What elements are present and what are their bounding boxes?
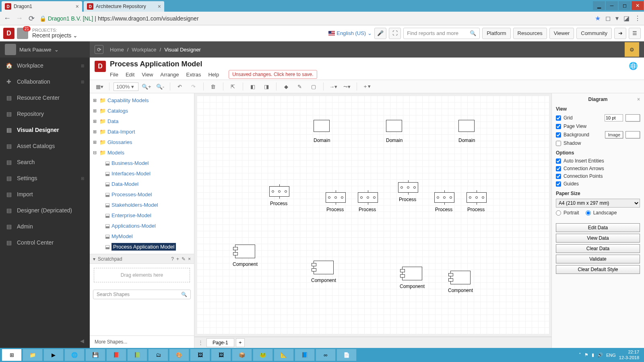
edit-data-button[interactable]: Edit Data [556, 223, 640, 232]
task-vs[interactable]: ∞ [316, 349, 336, 361]
redo-icon[interactable]: ↷ [188, 81, 199, 92]
unsaved-warning[interactable]: Unsaved changes. Click here to save. [229, 70, 317, 79]
sidebar-item-search[interactable]: ▤Search [0, 154, 90, 170]
page-tab[interactable]: Page-1 [206, 338, 234, 347]
project-selector[interactable]: PROJECTS: Recent projects ⌄ [32, 28, 78, 39]
tree-model[interactable]: ⬓Stakeholders-Model [93, 200, 194, 210]
domain-node[interactable] [386, 120, 402, 132]
close-icon[interactable]: × [76, 3, 79, 10]
task-img[interactable]: 🖼 [211, 349, 231, 361]
process-node[interactable] [398, 182, 418, 193]
tree-model[interactable]: ⬓Enterprise-Model [93, 210, 194, 220]
task-save[interactable]: 💾 [85, 349, 105, 361]
task-drive[interactable]: 📦 [232, 349, 252, 361]
ext-icon[interactable]: ◪ [623, 14, 630, 22]
menu-view[interactable]: View [142, 72, 153, 78]
menu-arrange[interactable]: Arrange [160, 72, 179, 78]
tree-expand-icon[interactable]: ⊞ [93, 129, 98, 134]
task-photos[interactable]: 🖼 [190, 349, 210, 361]
shape-search-input[interactable]: Search Shapes 🔍 [93, 290, 191, 299]
task-paint[interactable]: 🎨 [169, 349, 189, 361]
add-icon[interactable]: ＋▾ [361, 81, 372, 92]
tree-expand-icon[interactable]: ⊞ [93, 119, 98, 124]
task-frog[interactable]: 🐸 [253, 349, 273, 361]
clear-data-button[interactable]: Clear Data [556, 244, 640, 253]
view-data-button[interactable]: View Data [556, 234, 640, 243]
background-checkbox[interactable] [556, 132, 561, 138]
stroke-icon[interactable]: ✎ [294, 81, 305, 92]
settings-gear-button[interactable]: ⚙ [625, 42, 639, 57]
close-icon[interactable]: × [637, 97, 640, 102]
to-front-icon[interactable]: ◧ [247, 81, 258, 92]
sidebar-item-repository[interactable]: ▤Repository [0, 106, 90, 122]
menu-file[interactable]: File [110, 72, 118, 78]
sidebar-item-settings[interactable]: ▤Settings⊞ [0, 170, 90, 186]
task-note[interactable]: 📘 [295, 349, 315, 361]
menu-extras[interactable]: Extras [186, 72, 201, 78]
zoom-out-icon[interactable]: 🔍- [155, 81, 166, 92]
tree-model[interactable]: ⬓MyModel [93, 231, 194, 241]
process-node[interactable] [358, 192, 378, 203]
tray-clock[interactable]: 22:1712-3-2018 [619, 350, 639, 360]
sidebar-item-collaboration[interactable]: ✚Collaboration⊞ [0, 74, 90, 90]
tray-vol-icon[interactable]: 🔊 [597, 352, 603, 358]
menu-edit[interactable]: Edit [126, 72, 134, 78]
more-shapes-link[interactable]: More Shapes... [90, 335, 194, 348]
tree-expand-icon[interactable]: ⊞ [93, 108, 98, 113]
tree-folder[interactable]: ⊞📁Catalogs [93, 105, 194, 116]
fill-icon[interactable]: ◆ [281, 81, 292, 92]
sidebar-item-designer-depricated-[interactable]: ▤Designer (Depricated) [0, 202, 90, 218]
tray-net-icon[interactable]: ▮ [592, 352, 594, 358]
scratchpad-collapse-icon[interactable]: ▾ [93, 256, 95, 262]
search-icon[interactable]: 🔍 [470, 30, 476, 36]
global-search[interactable]: Find reports and more 🔍 [403, 28, 480, 39]
tree-model[interactable]: ⬓Data-Model [93, 179, 194, 189]
edit-icon[interactable]: ✎ [182, 256, 186, 262]
sidebar-item-import[interactable]: ▤Import [0, 186, 90, 202]
sidebar-item-control-center[interactable]: ▤Control Center [0, 234, 90, 251]
tree-expand-icon[interactable]: ⊟ [93, 150, 98, 155]
tray-flag-icon[interactable]: ⚑ [584, 352, 588, 358]
task-pdf[interactable]: 📕 [106, 349, 126, 361]
shadow-checkbox[interactable] [556, 141, 561, 146]
domain-node[interactable] [458, 120, 475, 132]
tree-folder[interactable]: ⊟📁Models [93, 147, 194, 158]
sidebar-item-visual-designer[interactable]: ▤Visual Designer [0, 122, 90, 138]
tree-scroll[interactable]: ⊞📁Capability Models⊞📁Catalogs⊞📁Data⊞📁Dat… [90, 93, 194, 254]
page-menu-button[interactable]: ⋮ [196, 339, 205, 346]
breadcrumb-home[interactable]: Home [110, 47, 124, 53]
task-app[interactable]: 📗 [127, 349, 147, 361]
tree-expand-icon[interactable]: ⊞ [93, 98, 98, 103]
notifications-button[interactable]: 21 [17, 28, 28, 39]
shadow-icon[interactable]: ▢ [308, 81, 319, 92]
zoom-in-icon[interactable]: 🔍+ [141, 81, 152, 92]
nav-forward-icon[interactable]: → [15, 14, 23, 23]
sidebar-collapse-button[interactable]: ◀ [0, 333, 90, 348]
clear-style-button[interactable]: Clear Default Style [556, 265, 640, 274]
sidebar-item-asset-catalogs[interactable]: ▤Asset Catalogs [0, 138, 90, 154]
url-field[interactable]: 🔒 Dragon1 B.V. [NL] | https://www.dragon… [39, 15, 591, 22]
delete-icon[interactable]: 🗑 [208, 81, 219, 92]
task-explorer[interactable]: 📁 [23, 349, 43, 361]
menu-help[interactable]: Help [208, 72, 219, 78]
scratchpad-dropzone[interactable]: Drag elements here [94, 268, 190, 282]
validate-button[interactable]: Validate [556, 255, 640, 263]
pageview-checkbox[interactable] [556, 124, 561, 129]
add-icon[interactable]: + [176, 256, 179, 262]
component-node[interactable] [402, 267, 422, 280]
task-folder[interactable]: 🗂 [148, 349, 168, 361]
browser-tab-active[interactable]: D Dragon1 × [2, 1, 82, 12]
domain-node[interactable] [314, 120, 330, 132]
tree-model[interactable]: ⬓Business-Model [93, 158, 194, 168]
connector-icon[interactable]: →▾ [328, 81, 339, 92]
start-button[interactable]: ⊞ [2, 349, 22, 361]
paper-size-select[interactable]: A4 (210 mm x 297 mm) [556, 199, 640, 208]
image-button[interactable]: Image [605, 131, 623, 138]
tree-folder[interactable]: ⊞📁Capability Models [93, 95, 194, 105]
tree-model[interactable]: ⬓Processes-Model [93, 189, 194, 200]
task-ruler[interactable]: 📐 [274, 349, 294, 361]
language-selector[interactable]: English (US) ⌄ [328, 30, 372, 36]
community-button[interactable]: Community [576, 28, 612, 39]
waypoint-icon[interactable]: ⤳▾ [341, 81, 353, 92]
component-node[interactable] [314, 261, 334, 274]
